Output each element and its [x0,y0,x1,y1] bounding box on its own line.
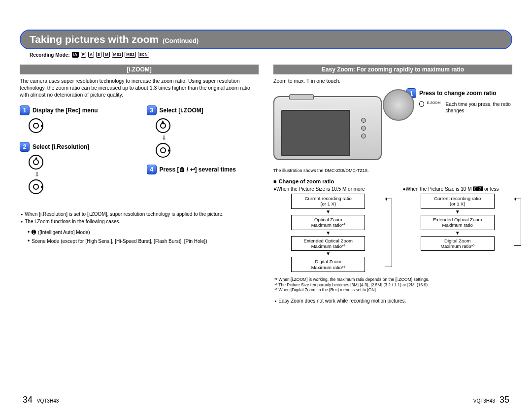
flow-box: Extended Optical ZoomMaximum ratio*² [291,236,365,251]
step-1-badge: 1 [20,105,30,115]
dpad-icon [156,118,170,133]
mode-icon-ms2: MS2 [125,52,135,58]
page-footer: 34 VQT3H43 VQT3H43 35 [20,395,512,405]
down-arrow-icon: ▼ [326,251,331,256]
down-arrow-icon: ▼ [326,231,331,236]
down-arrow-icon: ▼ [326,209,331,214]
footnote-1: *¹ When [i.ZOOM] is working, the maximum… [273,277,512,282]
note-subitem: Scene Mode (except for [High Sens.], [Hi… [27,237,259,245]
dpad-icon [29,179,43,194]
flow-box: Current recording ratio(or 1 X) [421,194,495,209]
page-title-continued: (Continued) [163,37,199,44]
step-3-title: Select [i.ZOOM] [160,107,203,114]
mode-icon-s: S [96,52,101,58]
down-arrow-icon: ▼ [455,209,460,214]
recording-mode-label: Recording Mode: [30,52,70,58]
footnote-2: *² The Picture Size temporarily becomes … [273,282,512,288]
flow-cond-b: When the Picture Size is 10 M 🅴🆉 or less [406,186,499,192]
mode-icon-p: P [81,52,86,58]
note-item: When [i.Resolution] is set to [i.ZOOM], … [20,211,259,218]
mode-icon-ia: iA [72,52,79,58]
easyzoom-intro: Zoom to max. T in one touch. [273,77,512,84]
page-title-box: Taking pictures with zoom (Continued) [20,30,512,49]
final-note: Easy Zoom does not work while recording … [273,298,512,305]
izoom-section-bar: [i.ZOOM] [20,65,259,74]
doc-id-left: VQT3H43 [37,398,59,404]
step-1-title: Display the [Rec] menu [33,107,98,114]
down-arrow-icon: ▼ [455,231,460,236]
page-number-left: 34 [23,395,33,405]
ezoom-button-icon [419,101,424,107]
down-arrow-icon: ⇩ [162,135,259,141]
illustration-note: The illustration shows the DMC-ZS8/DMC-T… [273,168,512,173]
left-column: [i.ZOOM] The camera uses super resolutio… [20,65,259,305]
mode-icon-a: A [88,52,94,58]
note-item: The i.Zoom functions in the following ca… [20,218,259,225]
camera-illustration [273,91,401,165]
dpad-icon [29,118,43,133]
flow-b: Current recording ratio(or 1 X) ▼ Extend… [403,194,513,251]
return-arrow-icon [385,199,392,267]
flow-box: Current recording ratio(or 1 X) [291,194,365,209]
mode-icon-scn: SCN [138,52,149,58]
ezoom-button-label: E.ZOOM [427,101,441,104]
flow-box: Extended Optical ZoomMaximum ratio [421,215,495,230]
note-subitem: 🅘 ([Intelligent Auto] Mode) [27,228,259,236]
step-2-badge: 2 [20,142,30,152]
izoom-intro: The camera uses super resolution technol… [20,77,259,99]
ez-step-1-title: Press to change zoom ratio [419,90,497,97]
step-4-badge: 4 [147,165,157,174]
flow-box: Digital ZoomMaximum ratio*³ [421,236,495,251]
flow-cond-a: When the Picture Size is 10.5 M or more [276,186,365,192]
page-number-right: 35 [499,395,509,405]
footnotes: *¹ When [i.ZOOM] is working, the maximum… [273,277,512,293]
dpad-icon [29,155,43,170]
easyzoom-section-bar: Easy Zoom: For zooming rapidly to maximu… [273,65,512,74]
flow-a: Current recording ratio(or 1 X) ▼ Optica… [273,194,383,272]
return-arrow-icon [514,199,521,246]
flow-box: Optical ZoomMaximum ratio*¹ [291,215,365,230]
recording-mode-row: Recording Mode: iA P A S M MS1 MS2 SCN [20,50,512,61]
step-3-badge: 3 [147,105,157,115]
ez-step-1-desc: Each time you press, the ratio changes [445,101,512,114]
right-column: Easy Zoom: For zooming rapidly to maximu… [273,65,512,305]
step-2-title: Select [i.Resolution] [33,143,89,150]
dpad-icon [156,143,170,158]
doc-id-right: VQT3H43 [473,398,495,404]
change-ratio-heading: Change of zoom ratio [273,178,512,184]
down-arrow-icon: ⇩ [34,171,132,177]
flow-box: Digital ZoomMaximum ratio*³ [291,257,365,272]
step-4-title: Press [🗑 / ↩] several times [160,166,236,173]
mode-icon-ms1: MS1 [112,52,123,58]
page-title: Taking pictures with zoom [30,34,159,45]
footnote-3: *³ When [Digital Zoom] in the [Rec] menu… [273,287,512,293]
mode-icon-m: M [103,52,110,58]
